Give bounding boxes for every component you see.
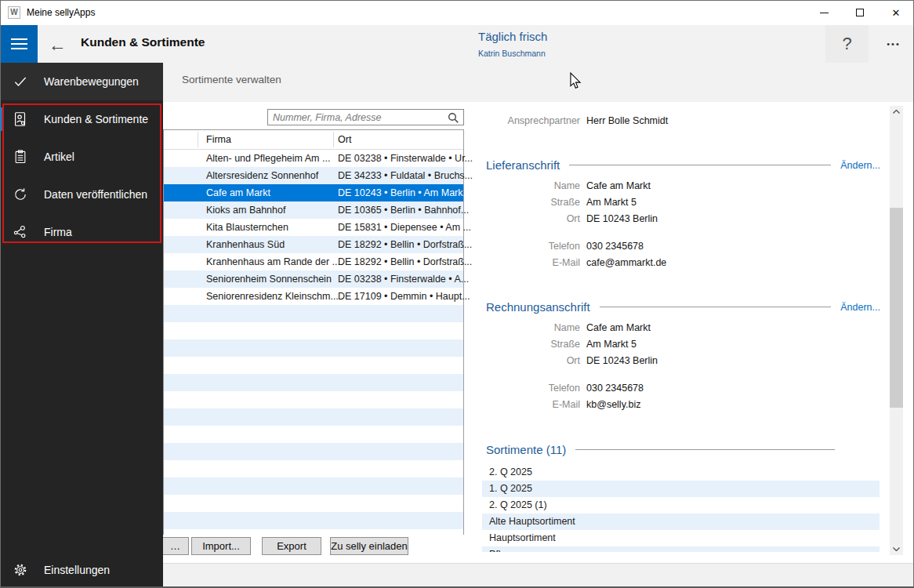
email-label: E-Mail <box>461 257 580 268</box>
more-menu-button[interactable]: ••• <box>873 25 914 63</box>
section-rule <box>600 307 832 307</box>
titlebar: W Meine sellyApps ✕ <box>0 0 914 25</box>
cell-firma: Kita Blausternchen <box>206 222 288 233</box>
sidebar-item-label: Einstellungen <box>44 564 110 576</box>
minimize-button[interactable] <box>806 0 842 25</box>
customer-table-header: Firma Ort <box>164 130 463 150</box>
search-input[interactable] <box>268 110 463 125</box>
close-button[interactable]: ✕ <box>878 0 914 25</box>
sortiment-item[interactable]: 2. Q 2025 (1) <box>482 497 880 514</box>
email-value: cafe@ammarkt.de <box>586 257 666 268</box>
cell-firma: Kranhenhaus Süd <box>206 239 285 250</box>
city-value: DE 10243 Berlin <box>586 355 658 366</box>
delivery-address-section-header: Lieferanschrift Ändern... <box>486 158 880 172</box>
invite-to-selly-button[interactable]: Zu selly einladen <box>330 537 408 555</box>
scrollbar-thumb[interactable] <box>890 208 903 408</box>
cell-ort: DE 17109 • Demmin • Haupt... <box>338 291 470 302</box>
sortimente-list: 2. Q 2025 1. Q 2025 2. Q 2025 (1) Alte H… <box>482 464 880 552</box>
app-logo-icon: W <box>8 6 20 19</box>
minimize-icon <box>820 13 829 13</box>
section-title: Lieferanschrift <box>486 158 560 172</box>
tab-sortimente-verwalten[interactable]: Sortimente verwalten <box>182 74 281 85</box>
section-title: Rechnungsanschrift <box>486 300 590 314</box>
customer-row[interactable]: Seniorenheim SonnenscheinDE 03238 • Fins… <box>164 270 463 288</box>
sortimente-section-header: Sortimente (11) <box>486 443 880 456</box>
customer-row[interactable]: Seniorenresidenz Kleinschm...DE 17109 • … <box>164 288 463 305</box>
column-header-firma[interactable]: Firma <box>206 134 231 145</box>
cell-firma: Cafe am Markt <box>206 187 270 198</box>
name-value: Cafe am Markt <box>586 180 651 191</box>
export-button[interactable]: Export <box>262 537 321 555</box>
street-label: Straße <box>461 197 580 208</box>
customer-row[interactable]: Kita BlausternchenDE 15831 • Diepensee •… <box>164 219 463 236</box>
cell-ort: DE 10365 • Berlin • Bahnhof... <box>338 205 469 216</box>
name-value: Cafe am Markt <box>586 322 651 333</box>
cell-ort: DE 15831 • Diepensee • Am ... <box>338 222 471 233</box>
cell-firma: Kranhenhaus am Rande der ... <box>206 256 340 267</box>
import-button[interactable]: Import... <box>191 537 251 555</box>
column-header-ort[interactable]: Ort <box>338 134 351 145</box>
sortiment-item[interactable]: 1. Q 2025 <box>482 481 880 497</box>
sortiment-item[interactable]: 2. Q 2025 <box>482 464 880 481</box>
city-label: Ort <box>461 355 580 366</box>
change-delivery-link[interactable]: Ändern... <box>840 160 880 171</box>
street-value: Am Markt 5 <box>586 339 637 350</box>
help-button[interactable]: ? <box>825 25 869 63</box>
more-actions-button[interactable]: … <box>163 537 189 555</box>
customer-search[interactable] <box>267 109 464 125</box>
column-separator <box>333 132 334 147</box>
scroll-down-icon[interactable] <box>890 543 903 555</box>
phone-value: 030 2345678 <box>586 383 644 394</box>
customer-row[interactable]: Altersresidenz SonnenhofDE 34233 • Fulda… <box>164 167 463 184</box>
maximize-button[interactable] <box>842 0 878 25</box>
city-value: DE 10243 Berlin <box>586 213 658 224</box>
customer-table-body: Alten- und Pflegeheim Am ...DE 03238 • F… <box>164 150 463 535</box>
change-billing-link[interactable]: Ändern... <box>840 302 880 313</box>
empty-rows <box>164 305 463 535</box>
maximize-icon <box>856 9 864 16</box>
main-content: Firma Ort Alten- und Pflegeheim Am ...DE… <box>163 102 914 563</box>
phone-label: Telefon <box>461 241 580 252</box>
customer-row[interactable]: Alten- und Pflegeheim Am ...DE 03238 • F… <box>164 150 463 167</box>
sortiment-item[interactable]: Pfl… <box>482 546 880 552</box>
column-separator <box>198 132 198 147</box>
cell-ort: DE 03238 • Finsterwalde • Ur... <box>338 153 473 164</box>
window-title: Meine sellyApps <box>27 0 95 25</box>
sidebar-item-einstellungen[interactable]: Einstellungen <box>0 551 163 588</box>
sidebar-item-label: Warenbewegungen <box>44 75 139 88</box>
customer-table: Firma Ort Alten- und Pflegeheim Am ...DE… <box>163 129 464 535</box>
back-button[interactable]: ← <box>44 31 71 58</box>
sidebar-item-warenbewegungen[interactable]: Warenbewegungen <box>0 63 163 100</box>
email-value: kb@selly.biz <box>586 399 640 410</box>
street-value: Am Markt 5 <box>586 197 637 208</box>
annotation-red-box <box>2 103 161 243</box>
cell-firma: Alten- und Pflegeheim Am ... <box>206 153 330 164</box>
customer-row[interactable]: Kioks am BahnhofDE 10365 • Berlin • Bahn… <box>164 201 463 219</box>
customer-row-selected[interactable]: Cafe am MarktDE 10243 • Berlin • Am Mark… <box>164 184 463 201</box>
contact-label: Ansprechpartner <box>461 115 580 126</box>
cell-firma: Seniorenheim Sonnenschein <box>206 274 332 285</box>
customer-row[interactable]: Kranhenhaus am Rande der ...DE 18292 • B… <box>164 253 463 270</box>
footer-strip <box>163 563 914 588</box>
navigation-sidebar: Warenbewegungen Kunden & Sortimente Arti… <box>0 63 163 588</box>
contact-value: Herr Bolle Schmidt <box>586 115 668 126</box>
check-icon <box>11 72 30 91</box>
phone-value: 030 2345678 <box>586 241 644 252</box>
hamburger-menu-button[interactable] <box>0 25 38 63</box>
name-label: Name <box>461 180 580 191</box>
section-title: Sortimente (11) <box>486 443 566 456</box>
sortiment-item[interactable]: Hauptsortiment <box>482 530 880 546</box>
sortiment-item[interactable]: Alte Hauptsortiment <box>482 514 880 530</box>
customer-row[interactable]: Kranhenhaus SüdDE 18292 • Bellin • Dorfs… <box>164 236 463 253</box>
details-scrollbar[interactable] <box>890 106 903 555</box>
section-rule <box>569 165 831 165</box>
cell-ort: DE 34233 • Fuldatal • Bruchs... <box>338 170 473 181</box>
street-label: Straße <box>461 339 580 350</box>
cell-ort: DE 18292 • Bellin • Dorfstraß... <box>338 239 472 250</box>
cell-firma: Altersresidenz Sonnenhof <box>206 170 318 181</box>
name-label: Name <box>461 322 580 333</box>
scroll-up-icon[interactable] <box>890 106 903 118</box>
cell-ort: DE 18292 • Bellin • Dorfstraß... <box>338 256 472 267</box>
email-label: E-Mail <box>461 399 580 410</box>
search-icon <box>448 112 459 127</box>
